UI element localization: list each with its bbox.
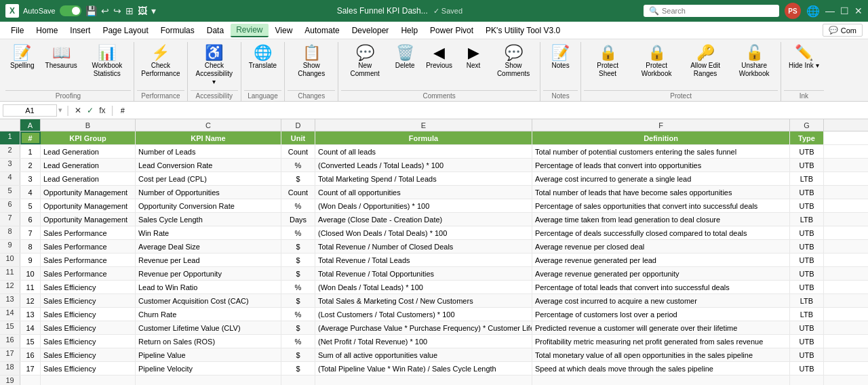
menu-formulas[interactable]: Formulas — [155, 24, 200, 37]
avatar[interactable]: PS — [785, 3, 801, 19]
cell-f8[interactable]: Percentage of deals successfully closed … — [532, 226, 790, 239]
cell-d18[interactable]: $ — [281, 362, 315, 375]
cell-f12[interactable]: Percentage of total leads that convert i… — [532, 281, 790, 293]
notes-button[interactable]: 📝 Notes — [546, 42, 576, 72]
cell-e1[interactable]: Formula — [315, 131, 532, 144]
cell-g2[interactable]: UTB — [790, 145, 824, 158]
cell-b5[interactable]: Opportunity Management — [41, 186, 136, 199]
cell-g7[interactable]: LTB — [790, 213, 824, 226]
cell-d5[interactable]: Count — [281, 186, 315, 199]
cell-d9[interactable]: $ — [281, 240, 315, 253]
next-button[interactable]: ▶ Next — [458, 42, 488, 72]
protect-workbook-button[interactable]: 🔒 Protect Workbook — [633, 42, 680, 80]
name-box-dropdown[interactable]: ▾ — [58, 106, 62, 115]
cell-a8[interactable]: 7 — [20, 226, 41, 239]
row-num-8[interactable]: 8 — [0, 226, 20, 239]
cell-e4[interactable]: Total Marketing Spend / Total Leads — [315, 172, 532, 185]
allow-edit-ranges-button[interactable]: 🔑 Allow Edit Ranges — [682, 42, 729, 80]
thesaurus-button[interactable]: 📖 Thesaurus — [41, 42, 82, 72]
delete-button[interactable]: 🗑️ Delete — [390, 42, 420, 72]
menu-review[interactable]: Review — [231, 24, 268, 37]
cell-f19[interactable] — [532, 376, 790, 385]
cell-b11[interactable]: Sales Performance — [41, 267, 136, 280]
cell-d17[interactable]: $ — [281, 348, 315, 361]
row-num-4[interactable]: 4 — [0, 172, 20, 185]
cell-g12[interactable]: UTB — [790, 281, 824, 293]
cell-e7[interactable]: Average (Close Date - Creation Date) — [315, 213, 532, 226]
cell-d7[interactable]: Days — [281, 213, 315, 226]
cell-c2[interactable]: Number of Leads — [136, 145, 281, 158]
previous-button[interactable]: ◀ Previous — [421, 42, 457, 72]
protect-sheet-button[interactable]: 🔒 Protect Sheet — [584, 42, 631, 80]
menu-insert[interactable]: Insert — [64, 24, 96, 37]
cell-e18[interactable]: (Total Pipeline Value * Win Rate) / Sale… — [315, 362, 532, 375]
cell-d12[interactable]: % — [281, 281, 315, 293]
col-header-d[interactable]: D — [281, 119, 315, 131]
row-num-12[interactable]: 12 — [0, 281, 20, 293]
cell-c1[interactable]: KPI Name — [136, 131, 281, 144]
cell-f4[interactable]: Average cost incurred to generate a sing… — [532, 172, 790, 185]
cell-g18[interactable]: UTB — [790, 362, 824, 375]
cell-g13[interactable]: LTB — [790, 294, 824, 307]
cell-c9[interactable]: Average Deal Size — [136, 240, 281, 253]
cell-a1[interactable]: # — [20, 131, 41, 144]
cell-f6[interactable]: Percentage of sales opportunities that c… — [532, 199, 790, 212]
cell-g15[interactable]: UTB — [790, 321, 824, 334]
check-performance-button[interactable]: ⚡ Check Performance — [137, 42, 184, 80]
cell-e16[interactable]: (Net Profit / Total Revenue) * 100 — [315, 335, 532, 348]
cell-d16[interactable]: % — [281, 335, 315, 348]
search-input[interactable] — [662, 7, 757, 15]
cell-d13[interactable]: $ — [281, 294, 315, 307]
menu-help[interactable]: Help — [395, 24, 423, 37]
table-icon[interactable]: ⊞ — [125, 5, 134, 16]
cell-e6[interactable]: (Won Deals / Opportunities) * 100 — [315, 199, 532, 212]
cell-b3[interactable]: Lead Generation — [41, 159, 136, 171]
new-comment-button[interactable]: 💬 New Comment — [341, 42, 389, 80]
row-num-13[interactable]: 13 — [0, 294, 20, 307]
globe-icon[interactable]: 🌐 — [806, 5, 820, 18]
cell-e5[interactable]: Count of all opportunities — [315, 186, 532, 199]
cell-b2[interactable]: Lead Generation — [41, 145, 136, 158]
col-header-c[interactable]: C — [136, 119, 281, 131]
cell-e15[interactable]: (Average Purchase Value * Purchase Frequ… — [315, 321, 532, 334]
autosave-toggle[interactable] — [60, 5, 81, 16]
row-num-15[interactable]: 15 — [0, 321, 20, 334]
cell-b9[interactable]: Sales Performance — [41, 240, 136, 253]
cell-g10[interactable]: UTB — [790, 254, 824, 266]
row-num-3[interactable]: 3 — [0, 159, 20, 171]
cell-a2[interactable]: 1 — [20, 145, 41, 158]
cell-b14[interactable]: Sales Efficiency — [41, 308, 136, 321]
cell-c14[interactable]: Churn Rate — [136, 308, 281, 321]
cell-c5[interactable]: Number of Opportunities — [136, 186, 281, 199]
cell-b12[interactable]: Sales Efficiency — [41, 281, 136, 293]
row-num-17[interactable]: 17 — [0, 348, 20, 361]
cell-c3[interactable]: Lead Conversion Rate — [136, 159, 281, 171]
cell-c17[interactable]: Pipeline Value — [136, 348, 281, 361]
cell-e13[interactable]: Total Sales & Marketing Cost / New Custo… — [315, 294, 532, 307]
cell-g17[interactable]: UTB — [790, 348, 824, 361]
cell-e12[interactable]: (Won Deals / Total Leads) * 100 — [315, 281, 532, 293]
cell-f16[interactable]: Profitability metric measuring net profi… — [532, 335, 790, 348]
cell-f5[interactable]: Total number of leads that have become s… — [532, 186, 790, 199]
cell-f17[interactable]: Total monetary value of all open opportu… — [532, 348, 790, 361]
cell-g5[interactable]: UTB — [790, 186, 824, 199]
cell-c7[interactable]: Sales Cycle Length — [136, 213, 281, 226]
cell-b1[interactable]: KPI Group — [41, 131, 136, 144]
cell-a5[interactable]: 4 — [20, 186, 41, 199]
cell-f18[interactable]: Speed at which deals move through the sa… — [532, 362, 790, 375]
menu-file[interactable]: File — [5, 24, 29, 37]
row-num-11[interactable]: 11 — [0, 267, 20, 280]
show-changes-button[interactable]: 📋 Show Changes — [288, 42, 335, 80]
cell-f7[interactable]: Average time taken from lead generation … — [532, 213, 790, 226]
cell-e2[interactable]: Count of all leads — [315, 145, 532, 158]
function-icon[interactable]: fx — [99, 106, 105, 115]
cell-e8[interactable]: (Closed Won Deals / Total Deals) * 100 — [315, 226, 532, 239]
workbook-statistics-button[interactable]: 📊 Workbook Statistics — [83, 42, 131, 80]
search-box[interactable]: 🔍 — [644, 5, 779, 17]
row-num-6[interactable]: 6 — [0, 199, 20, 212]
row-num-18[interactable]: 18 — [0, 362, 20, 375]
cell-b17[interactable]: Sales Efficiency — [41, 348, 136, 361]
cell-e9[interactable]: Total Revenue / Number of Closed Deals — [315, 240, 532, 253]
cell-a3[interactable]: 2 — [20, 159, 41, 171]
menu-pk-utility[interactable]: PK's Utility Tool V3.0 — [480, 24, 566, 37]
